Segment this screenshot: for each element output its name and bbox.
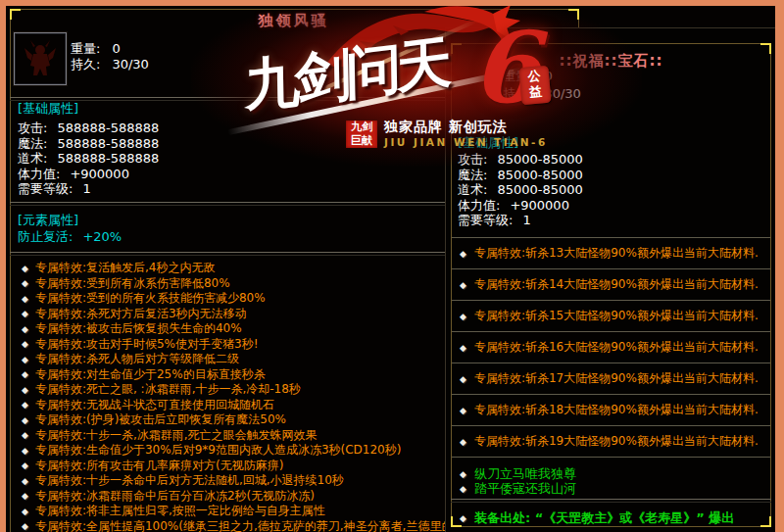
diamond-bullet-icon: ◆ xyxy=(22,369,28,379)
stat-row: 道术: 588888-588888 xyxy=(18,151,159,167)
diamond-bullet-icon: ◆ xyxy=(460,513,466,523)
base-attributes-header: [基础属性] xyxy=(458,135,518,151)
kill-effect-text: 专属特效:斩杀16大陆怪物90%额外爆出当前大陆材料. xyxy=(474,339,759,356)
special-effect-text: 专属特效:受到所有冰系伤害降低80% xyxy=(35,276,230,292)
motto-row: ◆ 踏平倭寇还我山河 xyxy=(452,482,770,498)
diamond-bullet-icon: ◆ xyxy=(22,446,28,456)
diamond-bullet-icon: ◆ xyxy=(460,249,466,259)
kill-effect-text: 专属特效:斩杀18大陆怪物90%额外爆出当前大陆材料. xyxy=(474,402,759,418)
diamond-bullet-icon: ◆ xyxy=(460,374,466,384)
special-effect-text: 专属特效:受到的所有火系技能伤害减少80% xyxy=(35,291,266,307)
special-effect-text: 专属特效:杀死人物后对方等级降低二级 xyxy=(35,352,239,367)
stat-value: 588888-588888 xyxy=(57,136,159,152)
stat-label: 需要等级: xyxy=(458,213,513,228)
durability-row: 持久: 30/30 xyxy=(71,57,149,73)
diamond-bullet-icon: ◆ xyxy=(22,491,28,501)
diamond-bullet-icon: ◆ xyxy=(460,406,466,415)
special-effect-text: 专属特效:全属性提高100%(继承三担之力,德拉克萨的莽刀,神圣分离者,兰德里的 xyxy=(35,519,453,532)
stat-label: 魔法: xyxy=(18,136,47,152)
diamond-bullet-icon: ◆ xyxy=(22,415,28,425)
stat-value: 588888-588888 xyxy=(57,151,159,167)
durability-label: 持久: xyxy=(503,86,532,102)
stat-row: 攻击: 588888-588888 xyxy=(18,121,159,136)
stat-row: 魔法: 588888-588888 xyxy=(18,136,159,152)
demon-item-icon xyxy=(14,32,67,85)
kill-effect-row: ◆ 专属特效:斩杀13大陆怪物90%额外爆出当前大陆材料. xyxy=(452,238,770,269)
special-effect-text: 专属特效:生命值少于30%后对9*9范围内敌人造成冰冻3秒(CD120秒) xyxy=(35,443,402,459)
weight-value: 0 xyxy=(112,41,120,57)
stat-value: 1 xyxy=(522,213,530,228)
kill-effects-list: ◆ 专属特效:斩杀13大陆怪物90%额外爆出当前大陆材料. ◆ 专属特效:斩杀1… xyxy=(452,237,770,458)
stat-label: 攻击: xyxy=(18,121,47,136)
kill-effect-text: 专属特效:斩杀19大陆怪物90%额外爆出当前大陆材料. xyxy=(474,433,759,450)
durability-value: 30/30 xyxy=(112,57,148,73)
frame-edge-left xyxy=(0,0,6,532)
special-effect-text: 专属特效:无视战斗状态可直接使用回城随机石 xyxy=(35,398,274,413)
diamond-bullet-icon: ◆ xyxy=(22,324,28,334)
special-effect-text: 专属特效:十步一杀,冰霜群雨,死亡之眼会触发蛛网效果 xyxy=(35,428,318,444)
stat-value: 588888-588888 xyxy=(57,121,159,136)
stat-label: 体力值: xyxy=(458,198,500,214)
weight-row: 重量: 0 xyxy=(71,41,121,57)
stat-value: +900000 xyxy=(70,167,129,182)
special-effect-text: 专属特效:复活触发后,4秒之内无敌 xyxy=(35,261,216,276)
demon-silhouette-icon xyxy=(15,33,66,84)
special-effect-text: 专属特效:对生命值少于25%的目标直接秒杀 xyxy=(35,367,266,383)
diamond-bullet-icon: ◆ xyxy=(460,280,466,290)
special-effect-text: 专属特效:攻击对手时候5%使对手变猪3秒! xyxy=(35,337,259,353)
special-effect-text: 专属特效:冰霜群雨命中后百分百冰冻2秒(无视防冰冻) xyxy=(35,489,315,505)
divider xyxy=(451,499,771,503)
kill-effect-text: 专属特效:斩杀13大陆怪物90%额外爆出当前大陆材料. xyxy=(474,245,759,262)
weight-label: 重量: xyxy=(503,69,532,84)
stat-label: 道术: xyxy=(18,151,47,167)
diamond-bullet-icon: ◆ xyxy=(22,476,28,486)
base-stats-list: 攻击: 85000-85000 魔法: 85000-85000 道术: 8500… xyxy=(458,152,583,228)
kill-effect-row: ◆ 专属特效:斩杀17大陆怪物90%额外爆出当前大陆材料. xyxy=(452,363,770,395)
stat-value: +900000 xyxy=(510,198,569,214)
diamond-bullet-icon: ◆ xyxy=(22,264,28,273)
stat-value: +20% xyxy=(82,229,122,245)
stat-value: 85000-85000 xyxy=(497,168,582,183)
diamond-bullet-icon: ◆ xyxy=(22,355,28,364)
kill-effect-text: 专属特效:斩杀17大陆怪物90%额外爆出当前大陆材料. xyxy=(474,370,759,387)
diamond-bullet-icon: ◆ xyxy=(460,343,466,353)
kill-effect-row: ◆ 专属特效:斩杀14大陆怪物90%额外爆出当前大陆材料. xyxy=(452,269,770,301)
stat-row: 魔法: 85000-85000 xyxy=(458,168,583,183)
special-effect-text: 专属特效:将非主属性归零,按照一定比例给与自身主属性 xyxy=(35,504,325,519)
base-stats-list: 攻击: 588888-588888 魔法: 588888-588888 道术: … xyxy=(18,121,159,197)
diamond-bullet-icon: ◆ xyxy=(22,339,28,349)
stat-row: 需要等级: 1 xyxy=(458,213,583,228)
weight-value: 0 xyxy=(544,69,552,84)
weight-row: 重量: 0 xyxy=(503,69,553,84)
motto-row: ◆ 纵刀立马唯我独尊 xyxy=(452,466,770,482)
special-effect-text: 专属特效:杀死对方后复活3秒内无法移动 xyxy=(35,307,247,322)
stat-value: 85000-85000 xyxy=(497,152,582,168)
drop-source-text: 装备出处: “《天罡教主》或《老寿星》” 爆出 xyxy=(474,509,734,527)
motto-text: 踏平倭寇还我山河 xyxy=(474,480,576,498)
stat-label: 防止复活: xyxy=(18,229,73,245)
diamond-bullet-icon: ◆ xyxy=(22,278,28,288)
stat-label: 攻击: xyxy=(458,152,487,168)
frame-edge-right xyxy=(775,0,784,532)
special-effect-text: 专属特效:所有攻击有几率麻痹对方(无视防麻痹) xyxy=(35,459,283,474)
diamond-bullet-icon: ◆ xyxy=(22,430,28,440)
diamond-bullet-icon: ◆ xyxy=(22,400,28,410)
stat-row: 攻击: 85000-85000 xyxy=(458,152,583,168)
diamond-bullet-icon: ◆ xyxy=(460,312,466,321)
gem-title: ::祝福::宝石:: xyxy=(446,52,776,71)
stat-label: 需要等级: xyxy=(18,181,73,197)
kill-effect-row: ◆ 专属特效:斩杀15大陆怪物90%额外爆出当前大陆材料. xyxy=(452,301,770,332)
kill-effect-row: ◆ 专属特效:斩杀16大陆怪物90%额外爆出当前大陆材料. xyxy=(452,332,770,363)
durability-label: 持久: xyxy=(71,57,100,73)
frame-edge-top xyxy=(0,0,784,6)
special-effect-text: 专属特效:十步一杀命中后对方无法随机,回城,小退持续10秒 xyxy=(35,473,344,489)
element-stats-list: 防止复活: +20% xyxy=(18,229,122,245)
stat-row: 需要等级: 1 xyxy=(18,181,159,197)
durability-row: 持久: 30/30 xyxy=(503,86,581,102)
diamond-bullet-icon: ◆ xyxy=(22,507,28,516)
drop-source-row: ◆ 装备出处: “《天罡教主》或《老寿星》” 爆出 xyxy=(452,508,770,528)
diamond-bullet-icon: ◆ xyxy=(22,385,28,395)
diamond-bullet-icon: ◆ xyxy=(460,484,466,494)
diamond-bullet-icon: ◆ xyxy=(22,521,28,531)
special-effect-text: 专属特效:被攻击后恢复损失生命的40% xyxy=(35,321,242,337)
